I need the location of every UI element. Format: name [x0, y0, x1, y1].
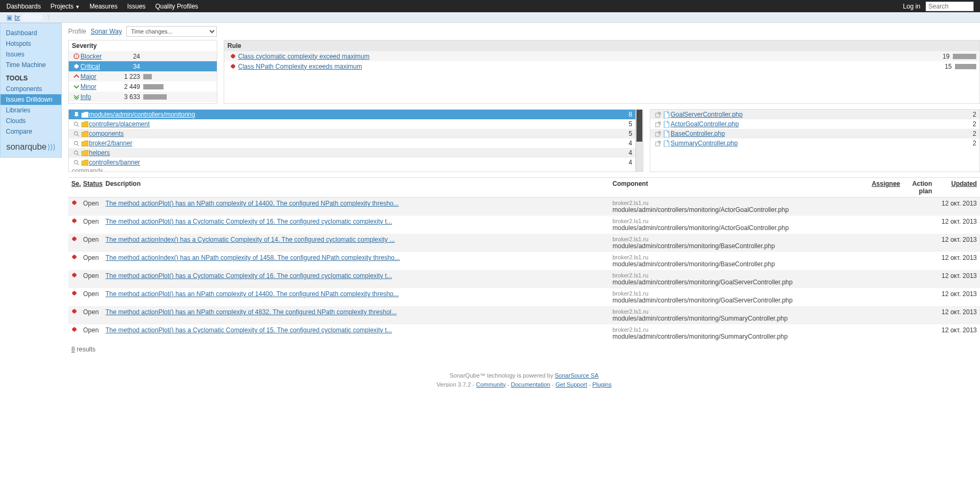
issue-description-link[interactable]: The method actionIndex() has an NPath co…: [105, 254, 400, 261]
folder-row[interactable]: modules/admin/controllers/monitoring8: [69, 110, 643, 119]
issue-description-link[interactable]: The method actionPlot() has a Cyclomatic…: [105, 272, 392, 280]
issue-description-link[interactable]: The method actionPlot() has an NPath com…: [105, 308, 397, 316]
footer-plugins-link[interactable]: Plugins: [592, 381, 611, 388]
rule-row[interactable]: Class NPath Complexity exceeds maximum15: [224, 61, 979, 71]
col-status[interactable]: Status: [83, 180, 105, 195]
folder-link[interactable]: components: [89, 130, 124, 137]
external-link-icon[interactable]: [654, 112, 662, 118]
issue-description-link[interactable]: The method actionPlot() has an NPath com…: [105, 290, 399, 298]
folder-icon: [80, 112, 89, 118]
folder-link[interactable]: broker2/banner: [89, 140, 132, 147]
file-link[interactable]: ActorGoalController.php: [671, 120, 739, 128]
login-link[interactable]: Log in: [903, 3, 920, 10]
severity-row-minor[interactable]: Minor2 449: [69, 81, 217, 92]
severity-link[interactable]: Critical: [80, 63, 100, 70]
svg-line-11: [77, 163, 79, 165]
rule-link[interactable]: Class NPath Complexity exceeds maximum: [238, 63, 362, 70]
footer-support-link[interactable]: Get Support: [556, 381, 587, 388]
nav-measures[interactable]: Measures: [89, 3, 118, 10]
folder-row[interactable]: helpers4: [69, 148, 643, 158]
issue-status: Open: [83, 290, 105, 298]
search-input[interactable]: [926, 2, 974, 11]
rule-count: 15: [934, 63, 955, 70]
issue-description-link[interactable]: The method actionPlot() has a Cyclomatic…: [105, 326, 392, 334]
file-panel: GoalServerController.php2ActorGoalContro…: [650, 109, 980, 172]
footer-community-link[interactable]: Community: [476, 381, 506, 388]
external-link-icon[interactable]: [654, 121, 662, 127]
sidebar-item-issues[interactable]: Issues: [1, 49, 61, 60]
sidebar-item-components[interactable]: Components: [1, 84, 61, 94]
issue-description-link[interactable]: The method actionPlot() has a Cyclomatic…: [105, 218, 392, 225]
file-link[interactable]: SummaryController.php: [671, 140, 738, 147]
rule-row[interactable]: Class cyclomatic complexity exceed maxim…: [224, 51, 979, 61]
severity-link[interactable]: Major: [80, 73, 96, 80]
sidebar-item-time-machine[interactable]: Time Machine: [1, 60, 61, 70]
file-row[interactable]: ActorGoalController.php2: [650, 119, 979, 129]
footer-sonarsource-link[interactable]: SonarSource SA: [555, 372, 599, 379]
sonarqube-logo: sonarqube⟩⟩⟩: [1, 137, 61, 157]
folder-link[interactable]: modules/admin/controllers/monitoring: [89, 111, 195, 118]
file-row[interactable]: GoalServerController.php2: [650, 110, 979, 119]
file-link[interactable]: GoalServerController.php: [671, 111, 742, 118]
folder-row[interactable]: controllers/placement5: [69, 119, 643, 129]
external-link-icon[interactable]: [654, 141, 662, 146]
col-severity[interactable]: Se.: [71, 180, 83, 195]
col-updated[interactable]: Updated: [932, 180, 977, 195]
folder-link[interactable]: helpers: [89, 149, 110, 157]
sidebar-item-hotspots[interactable]: Hotspots: [1, 38, 61, 49]
folder-scrollbar[interactable]: [635, 110, 643, 171]
col-action-plan: Action plan: [900, 180, 932, 195]
footer-documentation-link[interactable]: Documentation: [511, 381, 550, 388]
file-link[interactable]: BaseController.php: [671, 130, 725, 137]
issue-status: Open: [83, 200, 105, 207]
folder-count: 5: [616, 120, 632, 128]
nav-issues[interactable]: Issues: [127, 3, 146, 10]
search-icon: [72, 150, 80, 156]
sidebar-item-compare[interactable]: Compare: [1, 126, 61, 137]
issue-row: OpenThe method actionPlot() has a Cyclom…: [68, 216, 980, 234]
svg-line-3: [77, 125, 79, 127]
severity-count: 3 633: [118, 93, 143, 101]
folder-row[interactable]: controllers/banner4: [69, 158, 643, 167]
critical-icon: [71, 200, 83, 207]
time-changes-select[interactable]: Time changes...: [126, 26, 217, 37]
col-assignee[interactable]: Assignee: [858, 180, 900, 195]
severity-row-critical[interactable]: Critical34: [69, 61, 217, 71]
severity-link[interactable]: Info: [80, 93, 91, 101]
external-link-icon[interactable]: [654, 131, 662, 137]
severity-row-major[interactable]: Major1 223: [69, 71, 217, 81]
nav-quality-profiles[interactable]: Quality Profiles: [155, 3, 198, 10]
severity-row-blocker[interactable]: !Blocker24: [69, 51, 217, 61]
critical-icon: [71, 326, 83, 334]
svg-line-5: [77, 135, 79, 136]
severity-row-info[interactable]: Info3 633: [69, 92, 217, 102]
issue-project: broker2.ls1.ru: [612, 308, 858, 315]
sidebar-item-clouds[interactable]: Clouds: [1, 116, 61, 126]
severity-link[interactable]: Minor: [80, 83, 96, 91]
sidebar-item-libraries[interactable]: Libraries: [1, 105, 61, 116]
nav-projects[interactable]: Projects▼: [51, 3, 80, 10]
breadcrumb: ▣ br 〉: [0, 12, 980, 23]
major-icon: [72, 73, 80, 79]
issue-description-link[interactable]: The method actionPlot() has an NPath com…: [105, 200, 399, 207]
rule-header: Rule: [224, 40, 979, 51]
rule-link[interactable]: Class cyclomatic complexity exceed maxim…: [238, 53, 370, 60]
severity-link[interactable]: Blocker: [80, 53, 102, 60]
nav-dashboards[interactable]: Dashboards: [6, 3, 41, 10]
folder-link[interactable]: controllers/banner: [89, 159, 140, 166]
critical-icon: [227, 53, 238, 59]
folder-row[interactable]: components5: [69, 129, 643, 138]
breadcrumb-project[interactable]: br: [14, 14, 20, 21]
file-icon: [662, 130, 671, 137]
file-row[interactable]: BaseController.php2: [650, 129, 979, 138]
sidebar-item-issues-drilldown[interactable]: Issues Drilldown: [1, 94, 61, 105]
issue-description-link[interactable]: The method actionIndex() has a Cyclomati…: [105, 236, 395, 243]
severity-bar: [143, 74, 152, 79]
folder-icon: [80, 141, 89, 146]
folder-row[interactable]: broker2/banner4: [69, 138, 643, 148]
profile-name-link[interactable]: Sonar Way: [91, 28, 122, 35]
folder-link[interactable]: controllers/placement: [89, 120, 150, 128]
sidebar-item-dashboard[interactable]: Dashboard: [1, 28, 61, 38]
svg-point-2: [74, 122, 77, 125]
file-row[interactable]: SummaryController.php2: [650, 138, 979, 148]
